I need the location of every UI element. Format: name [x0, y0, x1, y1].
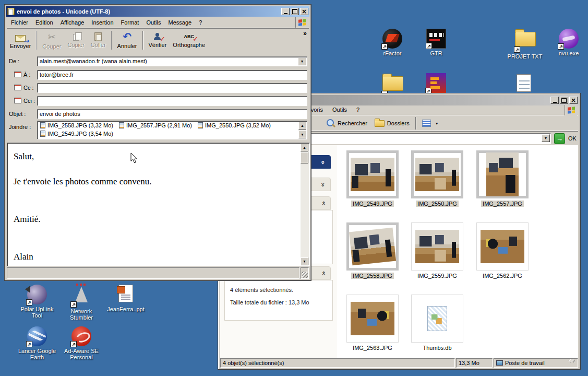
go-button[interactable] [554, 133, 565, 144]
thumbnail [476, 150, 529, 198]
to-label[interactable]: À : [23, 72, 30, 78]
folder-icon [375, 120, 385, 127]
minimize-button[interactable] [281, 8, 290, 15]
resize-grip[interactable] [301, 267, 309, 279]
bcc-input[interactable] [37, 96, 307, 106]
cc-input[interactable] [37, 83, 307, 93]
scroll-down-button[interactable] [298, 131, 306, 138]
send-button[interactable]: Envoyer [7, 30, 34, 51]
menu-aide[interactable]: ? [199, 19, 202, 26]
menu-message[interactable]: Message [169, 19, 192, 26]
desktop-icon-filezilla[interactable] [414, 73, 458, 95]
file-item[interactable]: Thumbs.db [410, 295, 464, 351]
file-item[interactable]: IMG_2562.JPG [475, 222, 530, 279]
close-button[interactable] [300, 8, 308, 15]
desktop-icon-adaware[interactable]: Ad-Aware SE Personal [59, 326, 103, 360]
menu-outils[interactable]: Outils [332, 107, 347, 113]
scissors-icon [48, 31, 56, 42]
views-button[interactable] [418, 116, 442, 130]
menu-aide[interactable]: ? [356, 107, 359, 113]
menu-format[interactable]: Format [121, 19, 139, 26]
desktop-icon-rfactor[interactable]: rFactor [370, 29, 414, 56]
desktop-icon-googleearth[interactable]: Lancer Google Earth [15, 326, 59, 360]
details-panel: 4 éléments sélectionnés. Taille totale d… [224, 280, 333, 321]
folders-button[interactable]: Dossiers [371, 116, 413, 130]
address-book-icon[interactable] [14, 85, 21, 90]
from-dropdown-arrow[interactable] [298, 57, 306, 65]
check-names-icon: ✓ [153, 33, 162, 41]
desktop-icon-polar[interactable]: Polar UpLink Tool [15, 285, 59, 319]
scroll-down-button[interactable] [301, 257, 308, 265]
menu-fichier[interactable]: Fichier [11, 19, 28, 26]
file-item[interactable]: IMG_2557.JPG [475, 150, 530, 207]
desktop-icon-jeanferra[interactable]: JeanFerra..ppt [104, 285, 148, 312]
thumbnail [411, 222, 463, 271]
scroll-up-button[interactable] [298, 122, 306, 130]
check-names-button[interactable]: ✓ Vérifier [146, 30, 170, 51]
search-button[interactable]: Rechercher [322, 116, 371, 130]
powerpoint-file-icon [116, 285, 136, 304]
bcc-label[interactable]: Cci : [23, 98, 35, 104]
menu-edition[interactable]: Edition [35, 19, 53, 26]
attachment-item[interactable]: IMG_2550.JPG (3,52 Mo) [198, 122, 271, 128]
subject-input[interactable]: envoi de photos [37, 109, 307, 119]
window-title: envoi de photos - Unicode (UTF-8) [17, 8, 279, 15]
thumbnail [411, 295, 463, 343]
paste-button: Coller [88, 30, 109, 51]
folder-icon [515, 32, 535, 52]
desktop-icon-label: rFactor [370, 50, 414, 56]
file-item[interactable]: IMG_2558.JPG [345, 222, 400, 279]
send-envelope-icon [15, 35, 26, 42]
scroll-up-button[interactable] [301, 144, 308, 151]
desktop-icon-gtr[interactable]: GTR [414, 29, 458, 56]
maximize-button[interactable] [560, 97, 568, 104]
address-book-icon[interactable] [14, 72, 21, 77]
desktop-icon-label: PROJET TXT [503, 53, 547, 60]
file-name: IMG_2549.JPG [351, 201, 394, 207]
cut-button: Couper [39, 30, 64, 51]
minimize-button[interactable] [550, 97, 559, 104]
attachments-scrollbar[interactable] [298, 122, 306, 138]
attachment-item[interactable]: IMG_2558.JPG (3,32 Mo) [40, 122, 113, 128]
toolbar-separator [142, 31, 143, 50]
undo-button[interactable]: Annuler [114, 30, 140, 51]
toolbar-separator [415, 117, 416, 130]
menu-outils[interactable]: Outils [146, 19, 161, 26]
toolbar-overflow-chevron[interactable]: » [303, 30, 307, 37]
close-button[interactable] [569, 97, 578, 104]
desktop-icon-document[interactable] [502, 74, 546, 96]
desktop-icon-nvu[interactable]: nvu.exe [547, 29, 588, 56]
file-item[interactable]: IMG_2549.JPG [345, 150, 400, 207]
copy-icon [73, 34, 79, 41]
file-item[interactable]: IMG_2559.JPG [410, 222, 464, 279]
to-input[interactable]: totor@bree.fr [37, 70, 307, 80]
body-scrollbar[interactable] [301, 144, 309, 265]
shortcut-arrow-icon [70, 341, 77, 347]
from-label: De : [9, 58, 19, 64]
address-dropdown-arrow[interactable] [542, 134, 550, 142]
spelling-button[interactable]: ✓ Orthographe [170, 30, 208, 51]
mail-toolbar: Envoyer Couper Copier Coller Annuler [7, 28, 309, 51]
menu-insertion[interactable]: Insertion [91, 19, 113, 26]
maximize-button[interactable] [291, 8, 299, 15]
desktop-icon-label: Polar UpLink Tool [15, 306, 59, 319]
attachment-item[interactable]: IMG_2549.JPG (3,54 Mo) [40, 131, 113, 137]
message-body[interactable]: Salut, Je t'envoie les photos comme conv… [7, 143, 310, 266]
cc-label[interactable]: Cc : [23, 85, 34, 91]
desktop-icon-label: GTR [414, 50, 458, 56]
from-combo[interactable]: alain.mest@wanadoo.fr (wana alain.mest) [37, 56, 307, 66]
image-file-icon [40, 122, 45, 128]
attachment-item[interactable]: IMG_2557.JPG (2,91 Mo) [119, 122, 192, 128]
desktop-icon-label: Lancer Google Earth [15, 348, 59, 360]
desktop-icon-projet-txt[interactable]: PROJET TXT [503, 29, 547, 60]
attachments-box[interactable]: IMG_2558.JPG (3,32 Mo) IMG_2557.JPG (2,9… [37, 121, 307, 139]
menu-affichage[interactable]: Affichage [61, 19, 85, 26]
windows-flag-icon [295, 17, 308, 28]
file-item[interactable]: IMG_2550.JPG [410, 150, 464, 207]
scrollbar-thumb[interactable] [301, 152, 308, 163]
desktop-icon-netstumbler[interactable]: Network Stumbler [59, 285, 103, 321]
mail-titlebar[interactable]: envoi de photos - Unicode (UTF-8) [6, 6, 309, 17]
file-item[interactable]: IMG_2563.JPG [345, 295, 400, 351]
address-book-icon[interactable] [14, 98, 21, 103]
thumbnail [411, 150, 463, 198]
